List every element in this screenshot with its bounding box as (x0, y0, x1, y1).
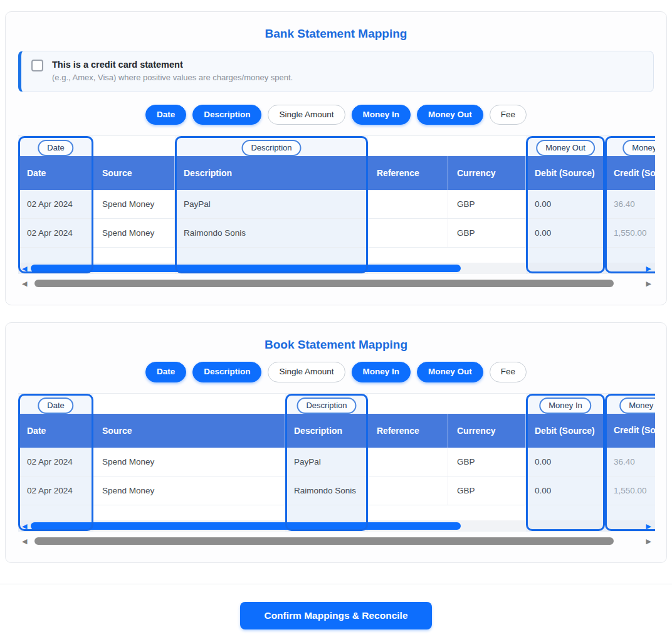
table-cell: 0.00 (526, 448, 605, 476)
credit-card-description: (e.g., Amex, Visa) where positive values… (52, 71, 643, 84)
scrollbar-thumb[interactable] (34, 537, 614, 545)
column-header: Currency (448, 414, 526, 448)
table-row: 02 Apr 2024Spend MoneyPayPalGBP0.0036.40 (18, 190, 655, 219)
filler-cell (448, 248, 526, 263)
scroll-right-icon[interactable]: ▶ (646, 535, 651, 547)
table-cell: 02 Apr 2024 (18, 476, 93, 505)
statement-grid: DateSourceDescriptionReferenceCurrencyDe… (18, 136, 655, 274)
column-spacer (18, 394, 93, 414)
filler-cell (175, 248, 368, 263)
panel-title: Bank Statement Mapping (18, 24, 654, 41)
column-spacer (368, 394, 448, 414)
tag-money-out[interactable]: Money Out (417, 105, 483, 125)
tag-description[interactable]: Description (192, 362, 261, 382)
column-header: Credit (Source) (605, 414, 655, 448)
table-horizontal-scrollbar[interactable]: ◀ ▶ (18, 263, 655, 274)
column-header: Currency (448, 156, 526, 190)
outer-horizontal-scrollbar[interactable]: ◀ ▶ (18, 536, 655, 546)
filler-cell (605, 505, 655, 520)
filler-cell (448, 505, 526, 520)
table-cell: PayPal (285, 448, 368, 476)
column-header: Reference (368, 414, 448, 448)
scroll-left-icon[interactable]: ◀ (22, 535, 27, 547)
statement-grid: DateSourceDescriptionReferenceCurrencyDe… (18, 394, 655, 532)
table-cell: 0.00 (526, 190, 605, 219)
tag-money-out[interactable]: Money Out (417, 362, 483, 382)
tag-date[interactable]: Date (145, 362, 186, 382)
filler-cell (368, 505, 448, 520)
table-horizontal-scrollbar[interactable]: ◀ ▶ (18, 520, 655, 532)
mapping-tags: DateDescriptionSingle AmountMoney InMone… (18, 362, 654, 382)
table-cell: GBP (448, 219, 526, 248)
table-cell: Spend Money (93, 448, 285, 476)
filler-cell (18, 505, 93, 520)
footer-actions: Confirm Mappings & Reconcile (0, 602, 672, 629)
table-cell: 02 Apr 2024 (18, 448, 93, 476)
tag-single-amount[interactable]: Single Amount (268, 105, 345, 125)
table-cell: 36.40 (605, 448, 655, 476)
outer-horizontal-scrollbar[interactable]: ◀ ▶ (18, 278, 655, 288)
table-viewport: DateSourceDescriptionReferenceCurrencyDe… (18, 135, 655, 274)
tag-money-in[interactable]: Money In (352, 362, 411, 382)
tag-single-amount[interactable]: Single Amount (268, 362, 345, 382)
filler-cell (18, 248, 93, 263)
column-spacer (93, 394, 285, 414)
column-header: Description (175, 156, 368, 190)
scroll-right-icon[interactable]: ▶ (646, 278, 651, 289)
scroll-right-icon[interactable]: ▶ (646, 263, 651, 274)
column-spacer (448, 394, 526, 414)
table-cell: PayPal (175, 190, 368, 219)
scroll-left-icon[interactable]: ◀ (22, 520, 27, 532)
credit-card-checkbox[interactable] (31, 60, 43, 71)
column-spacer (605, 136, 655, 156)
scroll-left-icon[interactable]: ◀ (22, 263, 27, 274)
column-spacer (175, 136, 368, 156)
panels-container: Bank Statement Mapping This is a credit … (0, 11, 672, 563)
tag-fee[interactable]: Fee (490, 105, 527, 125)
mapping-tags: DateDescriptionSingle AmountMoney InMone… (18, 105, 654, 125)
table-cell: 0.00 (526, 476, 605, 505)
table-cell: GBP (448, 476, 526, 505)
credit-card-label: This is a credit card statement (52, 58, 643, 71)
tag-description[interactable]: Description (192, 105, 261, 125)
column-spacer (448, 136, 526, 156)
column-header: Source (93, 414, 285, 448)
column-header: Debit (Source) (526, 414, 605, 448)
tag-money-in[interactable]: Money In (352, 105, 411, 125)
filler-cell (93, 505, 285, 520)
statement-table: DateSourceDescriptionReferenceCurrencyDe… (18, 393, 654, 550)
table-row: 02 Apr 2024Spend MoneyRaimondo SonisGBP0… (18, 476, 655, 505)
table-cell: GBP (448, 448, 526, 476)
scrollbar-thumb[interactable] (34, 280, 614, 287)
scroll-left-icon[interactable]: ◀ (22, 278, 27, 289)
scroll-right-icon[interactable]: ▶ (646, 520, 651, 532)
column-spacer (526, 394, 605, 414)
table-cell: 36.40 (605, 190, 655, 219)
table-cell: Raimondo Sonis (285, 476, 368, 505)
filler-cell (368, 248, 448, 263)
column-spacer (93, 136, 175, 156)
column-header: Reference (368, 156, 448, 190)
scrollbar-thumb[interactable] (31, 265, 461, 272)
table-cell: Spend Money (93, 190, 175, 219)
section-divider (0, 584, 672, 584)
table-cell (368, 219, 448, 248)
column-spacer (526, 136, 605, 156)
table-cell (368, 448, 448, 476)
table-viewport: DateSourceDescriptionReferenceCurrencyDe… (18, 393, 655, 532)
column-header: Source (93, 156, 175, 190)
scrollbar-thumb[interactable] (31, 522, 461, 530)
table-cell: 02 Apr 2024 (18, 219, 93, 248)
table-cell (368, 476, 448, 505)
table-row: 02 Apr 2024Spend MoneyPayPalGBP0.0036.40 (18, 448, 655, 476)
filler-cell (605, 248, 655, 263)
tag-date[interactable]: Date (145, 105, 186, 125)
column-spacer (368, 136, 448, 156)
table-cell: 1,550.00 (605, 219, 655, 248)
column-header: Credit (Source) (605, 156, 655, 190)
table-cell: 0.00 (526, 219, 605, 248)
statement-table: DateSourceDescriptionReferenceCurrencyDe… (18, 135, 654, 292)
tag-fee[interactable]: Fee (490, 362, 527, 382)
filler-cell (93, 248, 175, 263)
confirm-mappings-button[interactable]: Confirm Mappings & Reconcile (240, 602, 431, 629)
